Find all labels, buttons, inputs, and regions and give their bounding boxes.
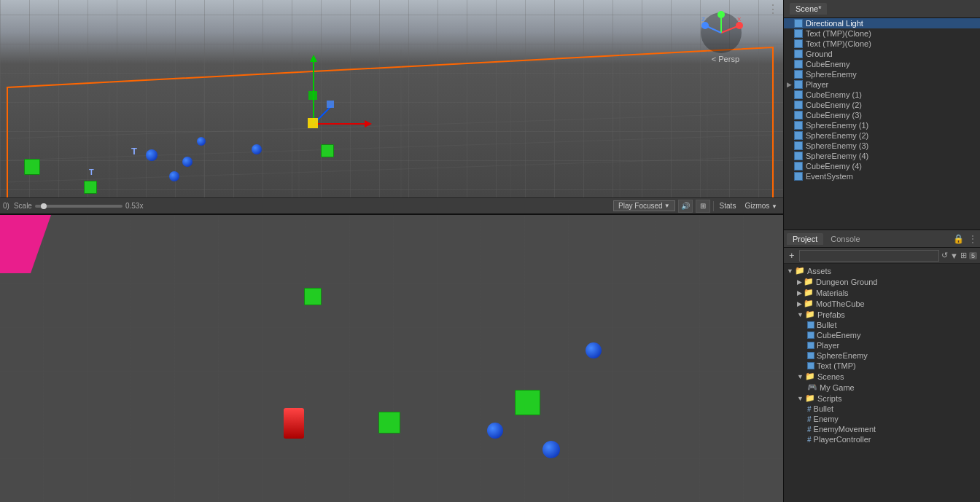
gameobject-icon (794, 60, 803, 68)
tree-item-label: Assets (807, 267, 831, 275)
gameobject-icon (794, 80, 803, 89)
scene-green-cube-1 (24, 159, 40, 175)
prefab-icon (807, 321, 814, 329)
prefab-icon (807, 332, 814, 339)
scale-prefix: 0) (3, 202, 11, 210)
script-icon: # (807, 436, 812, 444)
tree-item-folder[interactable]: ▼📁Scripts (784, 393, 980, 404)
hierarchy-item-label: Player (806, 80, 828, 89)
folder-icon: 📁 (795, 266, 805, 275)
hierarchy-item[interactable]: Text (TMP)(Clone) (784, 28, 980, 39)
hierarchy-item[interactable]: CubeEnemy (2) (784, 100, 980, 110)
tree-item-folder[interactable]: ▶📁Materials (784, 287, 980, 298)
game-blue-sphere-2 (487, 423, 503, 439)
hierarchy-item[interactable]: CubeEnemy (3) (784, 110, 980, 120)
hierarchy-item[interactable]: CubeEnemy (784, 59, 980, 69)
project-console-panel: Project Console 🔒 ⋮ + ↺ ▼ ⊞ 5 ▼📁Assets▶📁… (784, 230, 980, 502)
tree-item-prefab[interactable]: CubeEnemy (784, 330, 980, 340)
scene-orientation-gizmo[interactable]: X Y Z (699, 11, 743, 55)
folder-icon: 📁 (804, 288, 814, 297)
folder-arrow: ▶ (797, 300, 802, 307)
tab-console[interactable]: Console (825, 233, 866, 245)
gameobject-icon (794, 162, 803, 170)
hierarchy-item[interactable]: SphereEnemy (1) (784, 120, 980, 130)
gameobject-icon (794, 121, 803, 130)
scale-slider-thumb (41, 203, 47, 209)
text-icon-2: T (89, 168, 94, 176)
main-area: T T X Y Z < Persp ⋮ (0, 0, 783, 502)
tree-item-prefab[interactable]: SphereEnemy (784, 350, 980, 361)
svg-text:Z: Z (701, 16, 705, 23)
hierarchy-item-label: Text (TMP)(Clone) (806, 39, 871, 48)
scene-more-menu[interactable]: ⋮ (767, 2, 779, 16)
gameobject-icon (794, 131, 803, 140)
folder-icon: 📁 (805, 310, 815, 319)
search-input[interactable] (799, 250, 940, 262)
tree-item-script[interactable]: #Enemy (784, 414, 980, 424)
audio-toggle-button[interactable]: 🔊 (678, 200, 693, 213)
play-focused-button[interactable]: Play Focused ▼ (613, 200, 675, 211)
hierarchy-item[interactable]: SphereEnemy (3) (784, 141, 980, 151)
hierarchy-item-label: CubeEnemy (1) (806, 90, 862, 99)
prefab-icon (807, 342, 814, 349)
play-focused-dropdown-arrow: ▼ (664, 203, 670, 209)
stats-button[interactable]: Stats (717, 201, 739, 211)
hierarchy-item-label: SphereEnemy (1) (806, 121, 868, 130)
hierarchy-item[interactable]: CubeEnemy (4) (784, 161, 980, 171)
toolbar-separator-1 (713, 201, 714, 211)
tree-item-script[interactable]: #PlayerController (784, 434, 980, 444)
file-tree: ▼📁Assets▶📁Dungeon Ground▶📁Materials▶📁Mod… (784, 264, 980, 502)
tree-item-label: Materials (816, 289, 849, 297)
hierarchy-item-label: SphereEnemy (806, 70, 857, 79)
tree-item-label: Bullet (814, 404, 834, 413)
tree-item-scene[interactable]: 🎮My Game (784, 382, 980, 393)
panel-more-icon[interactable]: ⋮ (968, 234, 977, 244)
add-button[interactable]: + (787, 249, 797, 262)
gizmos-button[interactable]: Gizmos ▼ (742, 201, 780, 211)
folder-arrow: ▼ (797, 373, 804, 380)
display-button[interactable]: ⊞ (696, 200, 710, 213)
scene-blue-sphere-4 (169, 171, 179, 181)
panel-lock-icon[interactable]: 🔒 (953, 234, 964, 244)
hierarchy-item[interactable]: ▶Player (784, 79, 980, 90)
tab-project[interactable]: Project (787, 233, 823, 245)
hierarchy-item-label: CubeEnemy (3) (806, 111, 862, 119)
gameobject-icon (794, 172, 803, 181)
tree-item-folder[interactable]: ▶📁ModTheCube (784, 298, 980, 309)
scale-slider[interactable] (35, 205, 122, 208)
tree-item-script[interactable]: #Bullet (784, 404, 980, 414)
hierarchy-item[interactable]: SphereEnemy (4) (784, 151, 980, 161)
hierarchy-item[interactable]: SphereEnemy (2) (784, 130, 980, 141)
tree-item-folder[interactable]: ▼📁Scenes (784, 371, 980, 382)
hierarchy-tab[interactable]: Scene* (790, 3, 827, 15)
gameobject-icon (794, 111, 803, 119)
gameobject-icon (794, 39, 803, 48)
refresh-icon[interactable]: ↺ (941, 251, 948, 260)
hierarchy-item[interactable]: CubeEnemy (1) (784, 90, 980, 100)
tree-item-script[interactable]: #EnemyMovement (784, 424, 980, 434)
hierarchy-item-label: CubeEnemy (806, 60, 850, 68)
game-view (0, 215, 783, 502)
game-green-cube-1 (304, 288, 322, 305)
hierarchy-item[interactable]: EventSystem (784, 171, 980, 181)
hierarchy-item[interactable]: Ground (784, 49, 980, 59)
hierarchy-item[interactable]: SphereEnemy (784, 69, 980, 79)
tree-item-prefab[interactable]: Bullet (784, 320, 980, 330)
tree-item-prefab[interactable]: Text (TMP) (784, 361, 980, 371)
folder-icon: 📁 (804, 299, 814, 308)
columns-icon[interactable]: ⊞ (960, 251, 967, 260)
filter-icon[interactable]: ▼ (950, 251, 958, 260)
tree-item-folder[interactable]: ▼📁Assets (784, 265, 980, 276)
tree-item-folder[interactable]: ▼📁Prefabs (784, 309, 980, 320)
gameobject-icon (794, 70, 803, 79)
tree-item-label: EnemyMovement (814, 425, 876, 434)
tree-item-label: SphereEnemy (817, 351, 868, 360)
tree-item-prefab[interactable]: Player (784, 340, 980, 350)
svg-point-21 (736, 22, 743, 29)
tree-item-folder[interactable]: ▶📁Dungeon Ground (784, 276, 980, 287)
panel-toolbar: + ↺ ▼ ⊞ 5 (784, 248, 980, 264)
hierarchy-item[interactable]: Text (TMP)(Clone) (784, 39, 980, 49)
scene-file-icon: 🎮 (807, 383, 817, 392)
hierarchy-item[interactable]: Directional Light (784, 18, 980, 28)
gameobject-icon (794, 90, 803, 99)
